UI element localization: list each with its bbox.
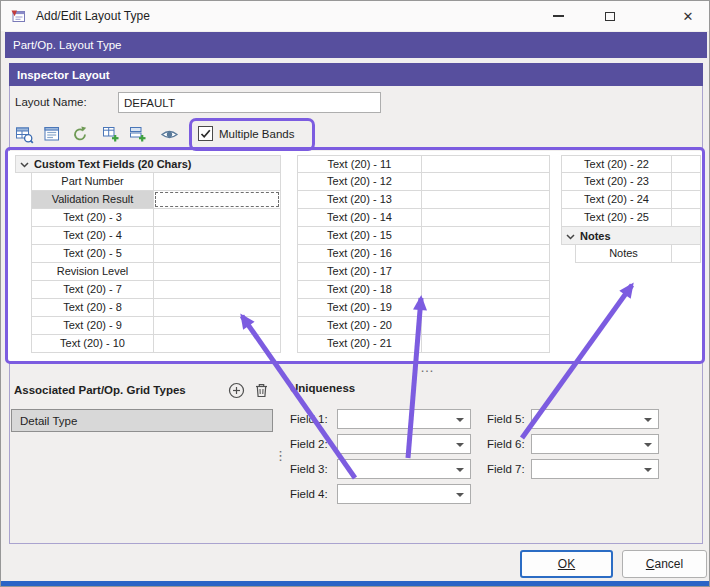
row-value[interactable] [154, 173, 280, 190]
row-value[interactable] [154, 281, 280, 298]
row-label[interactable]: Text (20) - 10 [32, 335, 154, 352]
row-value[interactable] [422, 173, 549, 190]
horizontal-splitter-handle[interactable]: … [420, 359, 435, 375]
row-value[interactable] [422, 209, 549, 226]
delete-grid-type-icon[interactable] [253, 382, 271, 400]
grid-row[interactable]: Text (20) - 8 [31, 299, 281, 317]
row-value[interactable] [672, 191, 700, 208]
row-value[interactable] [422, 263, 549, 280]
grid-row[interactable]: Text (20) - 7 [31, 281, 281, 299]
row-value[interactable] [422, 191, 549, 208]
grid-row[interactable]: Text (20) - 24 [561, 191, 701, 209]
row-label[interactable]: Text (20) - 19 [298, 299, 422, 316]
row-label[interactable]: Text (20) - 8 [32, 299, 154, 316]
multiple-bands-checkbox[interactable]: Multiple Bands [198, 126, 294, 141]
row-label[interactable]: Text (20) - 13 [298, 191, 422, 208]
row-value[interactable] [154, 227, 280, 244]
grid-row[interactable]: Text (20) - 11 [297, 155, 550, 173]
grid-row[interactable]: Text (20) - 25 [561, 209, 701, 227]
field-combo[interactable] [531, 409, 659, 429]
grid-row[interactable]: Text (20) - 18 [297, 281, 550, 299]
row-value[interactable] [154, 317, 280, 334]
row-label[interactable]: Text (20) - 9 [32, 317, 154, 334]
row-value[interactable] [154, 263, 280, 280]
row-label[interactable]: Notes [576, 245, 672, 262]
grid-row[interactable]: Text (20) - 3 [31, 209, 281, 227]
add-column-icon[interactable] [128, 124, 148, 144]
grid-row[interactable]: Text (20) - 21 [297, 335, 550, 353]
cancel-button[interactable]: Cancel [622, 550, 707, 578]
minimize-button[interactable] [541, 1, 575, 31]
grid-row[interactable]: Text (20) - 14 [297, 209, 550, 227]
row-label[interactable]: Validation Result [32, 191, 154, 208]
ok-button[interactable]: OK [520, 550, 613, 578]
row-label[interactable]: Text (20) - 5 [32, 245, 154, 262]
field-combo[interactable] [337, 409, 471, 429]
grid-row[interactable]: Text (20) - 15 [297, 227, 550, 245]
maximize-button[interactable] [593, 1, 627, 31]
card-view-icon[interactable] [42, 124, 62, 144]
row-label[interactable]: Text (20) - 24 [562, 191, 672, 208]
grid-row[interactable]: Notes [575, 245, 701, 263]
row-label[interactable]: Text (20) - 25 [562, 209, 672, 226]
row-label[interactable]: Text (20) - 15 [298, 227, 422, 244]
grid-row[interactable]: Text (20) - 22 [561, 155, 701, 173]
row-value[interactable] [422, 317, 549, 334]
refresh-icon[interactable] [70, 124, 90, 144]
row-label[interactable]: Text (20) - 18 [298, 281, 422, 298]
field-combo[interactable] [531, 434, 659, 454]
grid-row[interactable]: Text (20) - 5 [31, 245, 281, 263]
row-label[interactable]: Text (20) - 21 [298, 335, 422, 352]
row-label[interactable]: Text (20) - 22 [562, 156, 672, 172]
row-value[interactable] [672, 156, 700, 172]
row-label[interactable]: Text (20) - 17 [298, 263, 422, 280]
field-combo[interactable] [337, 484, 471, 504]
grid-search-icon[interactable] [14, 124, 34, 144]
grid-row[interactable]: Text (20) - 20 [297, 317, 550, 335]
row-label[interactable]: Text (20) - 20 [298, 317, 422, 334]
row-value[interactable] [672, 245, 700, 262]
layout-name-input[interactable] [118, 92, 381, 113]
field-combo[interactable] [337, 434, 471, 454]
add-band-icon[interactable] [101, 124, 121, 144]
add-grid-type-icon[interactable] [228, 382, 246, 400]
row-label[interactable]: Text (20) - 16 [298, 245, 422, 262]
grid-row[interactable]: Text (20) - 17 [297, 263, 550, 281]
row-value[interactable] [154, 245, 280, 262]
group-header[interactable]: Notes [561, 227, 701, 245]
grid-row[interactable]: Part Number [31, 173, 281, 191]
grid-row[interactable]: Text (20) - 4 [31, 227, 281, 245]
field-combo[interactable] [337, 459, 471, 479]
row-label[interactable]: Text (20) - 12 [298, 173, 422, 190]
group-header[interactable]: Custom Text Fields (20 Chars) [15, 155, 281, 173]
close-button[interactable]: ✕ [669, 1, 707, 31]
row-label[interactable]: Text (20) - 11 [298, 156, 422, 172]
row-value[interactable] [672, 173, 700, 190]
grid-row[interactable]: Text (20) - 12 [297, 173, 550, 191]
row-value[interactable] [422, 335, 549, 352]
row-value[interactable] [154, 191, 280, 208]
row-value[interactable] [672, 209, 700, 226]
row-label[interactable]: Part Number [32, 173, 154, 190]
grid-row[interactable]: Validation Result [31, 191, 281, 209]
grid-row[interactable]: Text (20) - 23 [561, 173, 701, 191]
row-value[interactable] [422, 245, 549, 262]
row-label[interactable]: Text (20) - 14 [298, 209, 422, 226]
grid-row[interactable]: Text (20) - 16 [297, 245, 550, 263]
row-value[interactable] [154, 299, 280, 316]
grid-row[interactable]: Text (20) - 10 [31, 335, 281, 353]
field-combo[interactable] [531, 459, 659, 479]
row-value[interactable] [422, 156, 549, 172]
row-label[interactable]: Text (20) - 3 [32, 209, 154, 226]
row-value[interactable] [422, 281, 549, 298]
grid-row[interactable]: Text (20) - 19 [297, 299, 550, 317]
grid-row[interactable]: Text (20) - 9 [31, 317, 281, 335]
row-value[interactable] [154, 209, 280, 226]
grid-row[interactable]: Revision Level [31, 263, 281, 281]
vertical-splitter-handle[interactable]: ⋮ [274, 448, 287, 463]
grid-row[interactable]: Text (20) - 13 [297, 191, 550, 209]
row-value[interactable] [422, 227, 549, 244]
row-value[interactable] [154, 335, 280, 352]
row-label[interactable]: Text (20) - 4 [32, 227, 154, 244]
list-item[interactable]: Detail Type [11, 409, 273, 432]
